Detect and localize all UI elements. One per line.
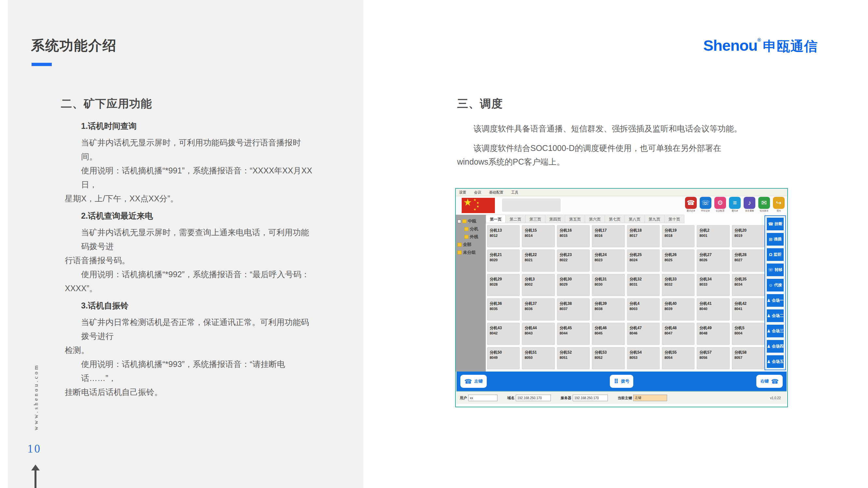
tree-expander-icon[interactable] — [458, 220, 461, 223]
page-tab[interactable]: 第一页 — [486, 215, 506, 223]
extension-cell[interactable]: 分机55 8054 — [662, 347, 694, 369]
menu-item[interactable]: 工具 — [511, 190, 518, 195]
toolbar-button[interactable]: ☎ 通话记录 — [684, 197, 698, 213]
action-button[interactable]: Ω 监听 — [766, 248, 784, 262]
action-button[interactable]: ♟ 会场四 — [766, 339, 784, 353]
right-key-label: 右键 — [760, 378, 769, 384]
extension-cell[interactable]: 分机18 8017 — [627, 225, 660, 247]
action-button[interactable]: ☏ 转移 — [766, 263, 784, 277]
extension-cell[interactable]: 分机3 8002 — [522, 274, 555, 296]
right-key-button[interactable]: 右键 ☎ — [756, 375, 783, 388]
toolbar-button[interactable]: ↪ 退出 — [772, 197, 785, 213]
server-field[interactable] — [573, 395, 608, 401]
page-tab[interactable]: 第十页 — [664, 215, 684, 223]
tree-node-outside-lines[interactable]: 外线 — [456, 233, 486, 241]
dial-button[interactable]: ⠿ 拨号 — [610, 375, 633, 388]
extension-cell[interactable]: 分机2 8001 — [697, 225, 729, 247]
extension-cell[interactable]: 分机19 8018 — [662, 225, 694, 247]
extension-cell[interactable]: 分机48 8047 — [662, 323, 694, 345]
action-button[interactable]: ♟ 会场二 — [766, 309, 784, 323]
page-tab[interactable]: 第五页 — [565, 215, 585, 223]
extension-cell[interactable]: 分机29 8028 — [487, 274, 520, 296]
extension-cell[interactable]: 分机32 8031 — [627, 274, 660, 296]
page-tab[interactable]: 第七页 — [605, 215, 625, 223]
menu-item[interactable]: 会议 — [474, 190, 481, 195]
extension-cell[interactable]: 分机35 8034 — [732, 274, 765, 296]
extension-cell[interactable]: 分机23 8022 — [557, 250, 590, 272]
page-tab[interactable]: 第三页 — [526, 215, 545, 223]
domain-field[interactable] — [516, 395, 551, 401]
extension-cell[interactable]: 分机37 8036 — [522, 298, 555, 321]
action-button[interactable]: ♟ 会场五 — [766, 355, 784, 368]
extension-cell[interactable]: 分机27 8026 — [697, 250, 729, 272]
left-key-button[interactable]: ☎ 左键 — [460, 375, 487, 388]
extension-cell[interactable]: 分机57 8056 — [697, 347, 729, 369]
action-button-panel: ☎ 挂断 ⊞ 强插 Ω 监听 ☏ 转移 — [765, 215, 786, 370]
toolbar-button[interactable]: ☏ 呼转记录 — [699, 197, 712, 213]
extension-cell[interactable]: 分机51 8050 — [522, 347, 555, 369]
toolbar-button[interactable]: ⚙ 会议配置 — [714, 197, 727, 213]
extension-cell[interactable]: 分机31 8030 — [592, 274, 624, 296]
extension-cell[interactable]: 分机30 8029 — [557, 274, 590, 296]
tree-node-all[interactable]: 全部 — [456, 241, 486, 249]
toolbar-label: 通话记录 — [685, 209, 696, 212]
extension-cell[interactable]: 分机54 8053 — [627, 347, 660, 369]
extension-cell[interactable]: 分机39 8038 — [592, 298, 624, 321]
extension-cell[interactable]: 分机25 8024 — [627, 250, 660, 272]
page-tab[interactable]: 第六页 — [585, 215, 605, 223]
extension-cell[interactable]: 分机43 8042 — [487, 323, 520, 345]
extension-cell[interactable]: 分机15 8014 — [522, 225, 555, 247]
extension-cell[interactable]: 分机50 8049 — [487, 347, 520, 369]
extension-cell[interactable]: 分机20 8019 — [732, 225, 765, 247]
extension-cell[interactable]: 分机47 8046 — [627, 323, 660, 345]
page-tab[interactable]: 第九页 — [645, 215, 664, 223]
action-icon: ♟ — [767, 344, 771, 349]
extension-cell[interactable]: 分机16 8015 — [557, 225, 590, 247]
extension-number: 8032 — [664, 282, 692, 286]
extension-cell[interactable]: 分机41 8040 — [697, 298, 729, 321]
extension-cell[interactable]: 分机24 8023 — [592, 250, 624, 272]
extension-name: 分机21 — [490, 252, 517, 258]
action-button[interactable]: ♟ 会场一 — [766, 293, 784, 307]
tree-node-ungrouped[interactable]: 未分组 — [456, 249, 486, 256]
action-button[interactable]: ♟ 会场三 — [766, 324, 784, 338]
current-key-field[interactable] — [633, 395, 667, 401]
extension-name: 分机57 — [699, 350, 727, 355]
extension-cell[interactable]: 分机42 8041 — [732, 298, 765, 321]
toolbar-button[interactable]: ≡ 通讯录 — [728, 197, 741, 213]
extension-cell[interactable]: 分机13 8012 — [487, 225, 520, 247]
menu-item[interactable]: 设置 — [459, 190, 466, 195]
toolbar-button[interactable]: ♪ 语音通播 — [743, 197, 756, 213]
extension-cell[interactable]: 分机26 8025 — [662, 250, 694, 272]
action-button[interactable]: ⊞ 强插 — [766, 232, 784, 246]
extension-cell[interactable]: 分机44 8043 — [522, 323, 555, 345]
menu-item[interactable]: 基础配置 — [489, 190, 503, 195]
tree-node-root[interactable]: 中瓯 — [456, 217, 486, 225]
user-field[interactable] — [468, 395, 497, 401]
extension-cell[interactable]: 分机45 8044 — [557, 323, 590, 345]
extension-cell[interactable]: 分机21 8020 — [487, 250, 520, 272]
page-tab[interactable]: 第八页 — [625, 215, 645, 223]
action-button[interactable]: ☎ 挂断 — [766, 217, 784, 231]
extension-cell[interactable]: 分机5 8004 — [732, 323, 765, 345]
extension-cell[interactable]: 分机58 8057 — [732, 347, 765, 369]
extension-name: 分机48 — [664, 325, 692, 331]
extension-cell[interactable]: 分机28 8027 — [732, 250, 765, 272]
extension-cell[interactable]: 分机33 8032 — [662, 274, 694, 296]
extension-cell[interactable]: 分机34 8033 — [697, 274, 729, 296]
extension-cell[interactable]: 分机17 8016 — [592, 225, 624, 247]
tree-node-extensions[interactable]: 分机 — [456, 225, 486, 233]
extension-cell[interactable]: 分机36 8035 — [487, 298, 520, 321]
extension-cell[interactable]: 分机40 8039 — [662, 298, 694, 321]
page-tab[interactable]: 第二页 — [506, 215, 526, 223]
extension-cell[interactable]: 分机46 8045 — [592, 323, 624, 345]
toolbar-button[interactable]: ✉ 短信群发 — [757, 197, 771, 213]
action-button[interactable]: ☺ 代接 — [766, 278, 784, 292]
page-tab[interactable]: 第四页 — [545, 215, 565, 223]
extension-cell[interactable]: 分机49 8048 — [697, 323, 729, 345]
extension-cell[interactable]: 分机52 8051 — [557, 347, 590, 369]
extension-cell[interactable]: 分机38 8037 — [557, 298, 590, 321]
extension-cell[interactable]: 分机22 8021 — [522, 250, 555, 272]
extension-cell[interactable]: 分机4 8003 — [627, 298, 660, 321]
extension-cell[interactable]: 分机53 8052 — [592, 347, 624, 369]
